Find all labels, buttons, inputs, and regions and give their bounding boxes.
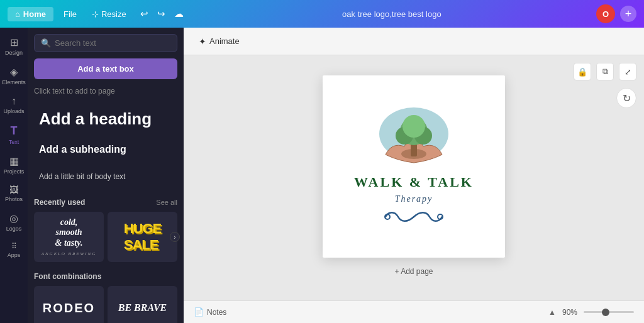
resize-icon: ⊹ xyxy=(92,9,99,19)
elements-icon: ◈ xyxy=(10,66,18,78)
sidebar-item-photos[interactable]: 🖼 Photos xyxy=(1,181,26,206)
add-page-button[interactable]: + Add page xyxy=(323,263,505,280)
search-box: 🔍 xyxy=(34,34,177,52)
photos-icon: 🖼 xyxy=(9,185,18,195)
home-button[interactable]: ⌂ Home xyxy=(8,7,53,21)
icon-sidebar: ⊞ Design ◈ Elements ↑ Uploads T Text ▦ P… xyxy=(0,28,28,323)
click-hint-text: Click text to add to page xyxy=(34,87,177,96)
expand-button[interactable]: ⤢ xyxy=(619,63,636,80)
sidebar-item-design[interactable]: ⊞ Design xyxy=(1,33,26,60)
add-subheading-item[interactable]: Add a subheading xyxy=(34,138,177,162)
cold-text: cold,smooth& tasty.ANGELO BREWING xyxy=(39,215,99,260)
projects-icon: ▦ xyxy=(9,155,19,167)
animate-button[interactable]: ✦ Animate xyxy=(194,34,245,49)
logos-label: Logos xyxy=(6,226,22,232)
bottom-right: ▲ 90% xyxy=(548,308,634,317)
main-content: ⊞ Design ◈ Elements ↑ Uploads T Text ▦ P… xyxy=(0,28,644,323)
notes-icon: 📄 xyxy=(194,307,204,317)
uploads-icon: ↑ xyxy=(11,96,16,107)
font-combinations-header: Font combinations xyxy=(34,272,177,281)
font-combinations-title: Font combinations xyxy=(34,272,101,281)
canvas-page[interactable]: WALK & TALK Therapy xyxy=(323,75,505,258)
add-heading-item[interactable]: Add a heading xyxy=(34,103,177,135)
search-icon: 🔍 xyxy=(41,38,51,48)
logo-svg xyxy=(373,107,455,170)
text-icon: T xyxy=(11,124,18,138)
elements-label: Elements xyxy=(2,79,26,85)
huge-text: HUGESALE xyxy=(124,221,162,253)
cloud-save-button[interactable]: ☁ xyxy=(170,6,187,22)
resize-button[interactable]: ⊹ Resize xyxy=(87,7,131,21)
design-icon: ⊞ xyxy=(10,36,18,48)
undo-button[interactable]: ↩ xyxy=(136,6,152,22)
svg-point-6 xyxy=(401,149,426,159)
logo-container: WALK & TALK Therapy xyxy=(354,107,474,226)
apps-icon: ⠿ xyxy=(11,242,17,251)
zoom-percent: 90% xyxy=(562,308,577,317)
page-controls: 🔒 ⧉ ⤢ xyxy=(574,63,636,80)
rodeo-text: RODEO xyxy=(43,301,95,315)
redo-button[interactable]: ↪ xyxy=(153,6,169,22)
search-input[interactable] xyxy=(55,38,170,48)
heading-label: Add a heading xyxy=(39,109,152,128)
file-button[interactable]: File xyxy=(58,7,82,21)
photos-label: Photos xyxy=(5,196,23,202)
text-label: Text xyxy=(9,139,19,145)
animate-label: Animate xyxy=(209,36,240,46)
home-label: Home xyxy=(23,9,46,19)
apps-label: Apps xyxy=(8,252,21,258)
notes-label: Notes xyxy=(207,308,226,317)
font-combo-brave[interactable]: BE BRAVE xyxy=(108,286,177,323)
recently-card-huge[interactable]: HUGESALE xyxy=(108,212,177,262)
recently-card-cold[interactable]: cold,smooth& tasty.ANGELO BREWING xyxy=(34,212,104,262)
chevron-up-icon[interactable]: ▲ xyxy=(548,308,556,317)
canvas-wrapper: WALK & TALK Therapy + Add page xyxy=(323,75,505,280)
see-all-link[interactable]: See all xyxy=(156,199,177,206)
lock-button[interactable]: 🔒 xyxy=(574,63,591,80)
resize-label: Resize xyxy=(101,9,126,19)
logos-icon: ◎ xyxy=(9,212,18,224)
svg-point-5 xyxy=(402,115,425,138)
top-bar: ⌂ Home File ⊹ Resize ↩ ↪ ☁ oak tree logo… xyxy=(0,0,644,28)
refresh-button[interactable]: ↻ xyxy=(616,88,636,108)
body-label: Add a little bit of body text xyxy=(39,172,125,181)
bottom-bar: 📄 Notes ▲ 90% xyxy=(184,300,644,323)
add-textbox-button[interactable]: Add a text box xyxy=(34,58,177,79)
design-label: Design xyxy=(5,50,23,56)
canvas-area: ✦ Animate 🔒 ⧉ ⤢ ↻ xyxy=(184,28,644,323)
canvas-toolbar: ✦ Animate xyxy=(184,28,644,55)
sidebar-item-projects[interactable]: ▦ Projects xyxy=(1,151,26,178)
document-title: oak tree logo,tree best logo xyxy=(342,9,441,19)
copy-button[interactable]: ⧉ xyxy=(596,63,614,80)
sidebar-item-elements[interactable]: ◈ Elements xyxy=(1,62,26,89)
add-button[interactable]: + xyxy=(620,6,636,22)
recently-used-grid: cold,smooth& tasty.ANGELO BREWING HUGESA… xyxy=(34,212,177,262)
brave-text: BE BRAVE xyxy=(118,302,167,314)
recently-used-header: Recently used See all xyxy=(34,198,177,207)
uploads-label: Uploads xyxy=(3,108,24,114)
sidebar-item-text[interactable]: T Text xyxy=(1,121,26,149)
font-combinations-grid: RODEO BE BRAVE xyxy=(34,286,177,323)
sidebar-item-uploads[interactable]: ↑ Uploads xyxy=(1,92,26,118)
notes-button[interactable]: 📄 Notes xyxy=(194,307,226,317)
animate-icon: ✦ xyxy=(199,36,206,47)
sidebar-item-apps[interactable]: ⠿ Apps xyxy=(1,238,26,262)
canvas-scroll[interactable]: 🔒 ⧉ ⤢ ↻ xyxy=(184,55,644,300)
logo-subtitle: Therapy xyxy=(395,194,433,204)
recently-used-title: Recently used xyxy=(34,198,85,207)
zoom-slider[interactable] xyxy=(584,311,634,313)
avatar[interactable]: O xyxy=(596,4,615,23)
subheading-label: Add a subheading xyxy=(39,144,126,155)
panel-chevron[interactable]: › xyxy=(170,232,180,242)
sidebar-item-logos[interactable]: ◎ Logos xyxy=(1,209,26,236)
topbar-right: O + xyxy=(596,4,636,23)
logo-title: WALK & TALK xyxy=(354,174,474,190)
add-body-item[interactable]: Add a little bit of body text xyxy=(34,164,177,188)
undo-group: ↩ ↪ ☁ xyxy=(136,6,187,22)
font-combo-rodeo[interactable]: RODEO xyxy=(34,286,104,323)
home-icon: ⌂ xyxy=(15,9,20,19)
swirl-svg xyxy=(382,208,445,226)
zoom-slider-container xyxy=(584,311,634,313)
text-panel: 🔍 Add a text box Click text to add to pa… xyxy=(28,28,184,323)
title-area: oak tree logo,tree best logo xyxy=(192,9,591,19)
